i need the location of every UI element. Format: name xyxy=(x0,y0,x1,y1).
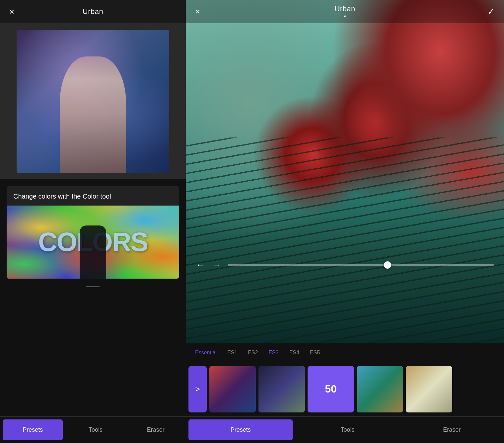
right-presets-panel: Essential ES1 ES2 ES3 ES4 ES5 > 50 xyxy=(186,343,504,416)
preset-thumb-es5-image xyxy=(406,366,452,412)
preset-thumb-es1-image xyxy=(209,366,256,412)
preset-thumbnail-es4[interactable] xyxy=(357,366,403,412)
right-panel: × Urban ▾ ✓ ← → Essential ES1 ES2 ES3 ES… xyxy=(186,0,504,443)
scroll-indicator xyxy=(0,282,186,291)
right-title: Urban xyxy=(334,5,355,13)
scroll-dot-marker xyxy=(86,286,100,287)
arrow-icon: > xyxy=(195,385,200,394)
photo-figure xyxy=(60,56,126,173)
preset-tab-es1[interactable]: ES1 xyxy=(223,348,241,358)
left-close-button[interactable]: × xyxy=(9,7,14,16)
left-tab-presets[interactable]: Presets xyxy=(3,419,63,440)
right-image-area: ← → xyxy=(186,0,504,343)
person-figure-overlay xyxy=(80,225,106,279)
presets-thumbnails: > 50 xyxy=(186,362,504,416)
preset-thumb-es4-image xyxy=(357,366,403,412)
poppy-photo xyxy=(186,0,504,343)
color-tool-text: Change colors with the Color tool xyxy=(7,186,179,206)
right-tab-tools[interactable]: Tools xyxy=(295,417,399,443)
left-tab-eraser[interactable]: Eraser xyxy=(126,417,186,443)
left-image-area xyxy=(0,23,186,179)
right-check-button[interactable]: ✓ xyxy=(487,7,495,17)
color-tool-card: Change colors with the Color tool COLORS xyxy=(7,186,179,279)
left-title: Urban xyxy=(83,7,103,16)
undo-button[interactable]: ← xyxy=(196,260,205,270)
preset-thumbnail-es5[interactable] xyxy=(406,366,452,412)
preset-thumb-es3-label: 50 xyxy=(309,367,353,411)
preset-tab-es2[interactable]: ES2 xyxy=(244,348,262,358)
preset-thumb-es2-image xyxy=(258,366,305,412)
color-tool-image: COLORS xyxy=(7,206,179,279)
slider-area: ← → xyxy=(186,260,504,270)
preset-tab-es3[interactable]: ES3 xyxy=(264,348,282,358)
slider-thumb[interactable] xyxy=(384,261,391,269)
preset-thumbnail-es2[interactable] xyxy=(258,366,305,412)
preset-thumbnail-es1[interactable] xyxy=(209,366,256,412)
left-photo xyxy=(17,30,169,173)
presets-tabs: Essential ES1 ES2 ES3 ES4 ES5 xyxy=(186,343,504,362)
preset-thumbnail-es3[interactable]: 50 xyxy=(308,366,354,412)
right-bottom-tabs: Presets Tools Eraser xyxy=(186,416,504,443)
redo-button[interactable]: → xyxy=(212,260,221,270)
right-header: × Urban ▾ ✓ xyxy=(186,0,504,23)
poppy-stems xyxy=(186,137,504,343)
preset-tab-es4[interactable]: ES4 xyxy=(285,348,303,358)
left-tab-tools[interactable]: Tools xyxy=(65,417,125,443)
left-content-area: Change colors with the Color tool COLORS xyxy=(0,179,186,416)
left-panel: × Urban Change colors with the Color too… xyxy=(0,0,186,443)
right-title-group: Urban ▾ xyxy=(334,5,355,19)
presets-next-arrow[interactable]: > xyxy=(188,366,207,412)
chevron-down-icon[interactable]: ▾ xyxy=(344,14,346,19)
left-header: × Urban xyxy=(0,0,186,23)
left-bottom-tabs: Presets Tools Eraser xyxy=(0,416,186,443)
intensity-slider[interactable] xyxy=(228,264,494,266)
right-tab-presets[interactable]: Presets xyxy=(188,419,293,440)
preset-tab-es5[interactable]: ES5 xyxy=(306,348,324,358)
right-tab-eraser[interactable]: Eraser xyxy=(400,417,504,443)
right-close-button[interactable]: × xyxy=(195,7,200,17)
preset-tab-essential[interactable]: Essential xyxy=(191,348,221,358)
